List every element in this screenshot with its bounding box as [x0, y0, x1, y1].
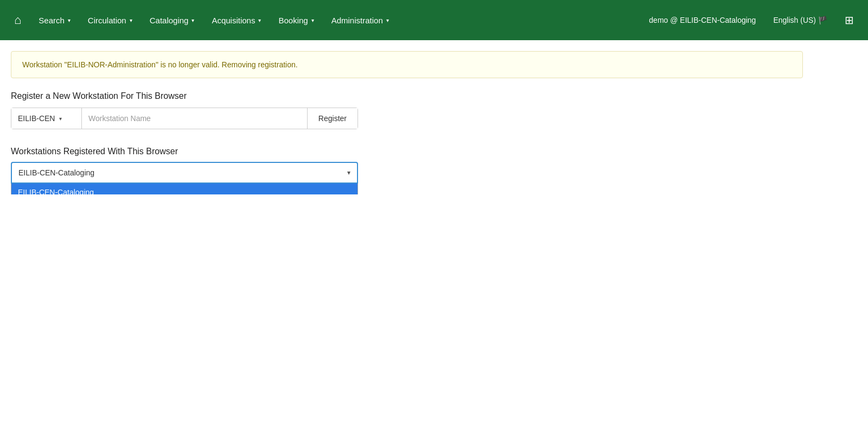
- navbar: ⌂ Search ▾ Circulation ▾ Cataloging ▾ Ac…: [0, 0, 868, 40]
- workstations-select-wrapper: EILIB-CEN-Cataloging ▾ EILIB-CEN-Catalog…: [11, 162, 358, 184]
- workstations-dropdown-list: EILIB-CEN-Cataloging EILIB-CEN-Circulati…: [11, 184, 358, 194]
- nav-acquisitions[interactable]: Acquisitions ▾: [204, 0, 269, 40]
- workstation-option-cataloging[interactable]: EILIB-CEN-Cataloging: [11, 184, 358, 194]
- main-content: Workstation "EILIB-NOR-Administration" i…: [0, 40, 814, 194]
- register-section: Register a New Workstation For This Brow…: [11, 91, 803, 129]
- workstations-section-title: Workstations Registered With This Browse…: [11, 147, 803, 156]
- nav-acquisitions-label: Acquisitions: [212, 16, 255, 25]
- grid-menu-button[interactable]: ⊞: [837, 8, 861, 32]
- select-arrow-icon: ▾: [347, 169, 350, 177]
- nav-administration-label: Administration: [331, 16, 383, 25]
- register-row: EILIB-CEN ▾ Register: [11, 108, 358, 129]
- home-button[interactable]: ⌂: [7, 8, 29, 33]
- language-selector[interactable]: English (US) 🏴: [765, 10, 835, 30]
- lang-label: English (US): [773, 16, 816, 24]
- org-dropdown-caret-icon: ▾: [59, 116, 62, 122]
- org-dropdown[interactable]: EILIB-CEN ▾: [11, 108, 82, 129]
- nav-circulation-label: Circulation: [88, 16, 126, 25]
- register-button-label: Register: [318, 114, 347, 123]
- warning-banner: Workstation "EILIB-NOR-Administration" i…: [11, 51, 803, 78]
- flag-icon: 🏴: [818, 16, 827, 24]
- warning-message: Workstation "EILIB-NOR-Administration" i…: [22, 60, 298, 69]
- nav-booking[interactable]: Booking ▾: [271, 0, 321, 40]
- workstations-select-display[interactable]: EILIB-CEN-Cataloging ▾: [11, 162, 358, 184]
- nav-cataloging-caret: ▾: [192, 17, 194, 23]
- nav-cataloging[interactable]: Cataloging ▾: [142, 0, 202, 40]
- register-section-title: Register a New Workstation For This Brow…: [11, 91, 803, 101]
- workstations-selected-value: EILIB-CEN-Cataloging: [18, 168, 94, 177]
- workstations-section: Workstations Registered With This Browse…: [11, 147, 803, 184]
- nav-administration-caret: ▾: [386, 17, 389, 23]
- nav-administration[interactable]: Administration ▾: [324, 0, 397, 40]
- nav-circulation[interactable]: Circulation ▾: [80, 0, 140, 40]
- grid-icon: ⊞: [845, 14, 854, 26]
- register-button[interactable]: Register: [307, 108, 358, 129]
- workstation-option-cataloging-label: EILIB-CEN-Cataloging: [18, 188, 94, 194]
- workstation-name-input[interactable]: [82, 108, 307, 129]
- nav-booking-label: Booking: [278, 16, 308, 25]
- nav-cataloging-label: Cataloging: [150, 16, 189, 25]
- nav-circulation-caret: ▾: [130, 17, 132, 23]
- home-icon: ⌂: [14, 13, 21, 27]
- nav-acquisitions-caret: ▾: [258, 17, 261, 23]
- nav-search-caret: ▾: [68, 17, 71, 23]
- nav-booking-caret: ▾: [311, 17, 314, 23]
- nav-search-label: Search: [39, 16, 65, 25]
- org-dropdown-label: EILIB-CEN: [18, 114, 55, 123]
- user-label: demo @ EILIB-CEN-Cataloging: [649, 16, 756, 24]
- user-info: demo @ EILIB-CEN-Cataloging: [641, 10, 763, 30]
- nav-search[interactable]: Search ▾: [31, 0, 78, 40]
